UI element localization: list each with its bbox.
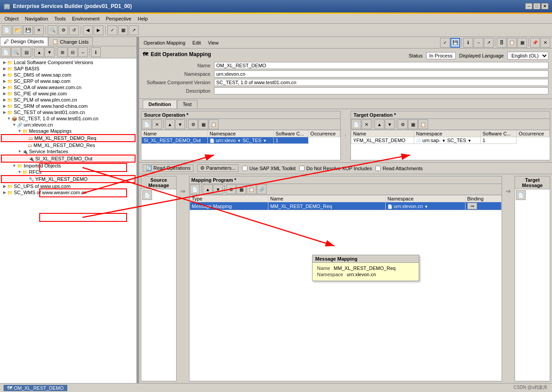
tree-mm-req[interactable]: 🗂 MM_XL_REST_DEMO_Req (1, 134, 136, 142)
tree-msg-mappings[interactable]: ▼ 📁 Message Mappings (1, 128, 136, 134)
tree-down-btn[interactable]: ▼ (45, 47, 54, 57)
menu-edit[interactable]: Edit (190, 39, 204, 46)
tree-sc-srm[interactable]: ▶ 📁 SC_SRM of www.hand-china.com (1, 103, 136, 109)
tgt-row[interactable]: YFM_XL_REST_DEMO 📄 urn:sap- ▼ SC_TES ▼ (351, 137, 550, 144)
tree-mm-res[interactable]: 🗂 MM_XL_REST_DEMO_Res (1, 142, 136, 148)
mp-col-type[interactable]: Type (190, 196, 268, 202)
menu-object[interactable]: Object (2, 15, 21, 22)
sec-list-btn[interactable]: 📋 (507, 38, 517, 48)
save-btn[interactable]: 💾 (23, 25, 33, 35)
tgt-msg-btn[interactable]: 📄 (516, 190, 526, 200)
src-col-ns[interactable]: Namespace (207, 131, 273, 137)
tree-filter-btn[interactable]: 🔍 (11, 47, 21, 57)
menu-environment[interactable]: Environment (69, 15, 102, 22)
tree-rfcs[interactable]: ▼ 📁 RFCs (1, 169, 136, 175)
mp-more-btn[interactable]: ⚙ (226, 184, 236, 194)
minimize-button[interactable]: ─ (525, 3, 532, 9)
mp-up-btn[interactable]: ▲ (203, 184, 213, 194)
nav-back[interactable]: ◀ (83, 25, 93, 35)
tree-si-out[interactable]: 🔌 SI_XL_REST_DEMO_Out (1, 155, 136, 163)
tree-urn[interactable]: ▼ 🔗 urn:xlevon.cn (1, 122, 136, 128)
tgt-more2-btn[interactable]: ▦ (408, 119, 418, 129)
tree-sc-plm[interactable]: ▶ 📁 SC_PLM of www.plm.com.cn (1, 97, 136, 103)
close-button[interactable]: ✕ (541, 3, 548, 9)
tree-sc-oa[interactable]: ▶ 📁 SC_OA of www.weaver.com.cn (1, 84, 136, 90)
tgt-col-ns[interactable]: Namespace (414, 131, 481, 137)
tree-sc-test-ver[interactable]: ▼ 📦 SC_TEST, 1.0 of www.test01.com.cn (1, 115, 136, 122)
tab-design-objects[interactable]: 🖊 Design Objects (0, 37, 48, 46)
tab-change-lists[interactable]: 📋 Change Lists (48, 37, 93, 46)
tree-sc-wms[interactable]: ▶ 📁 SC_WMS of www.weaver.com.cn (1, 189, 136, 196)
sec-info-btn[interactable]: ℹ (463, 38, 473, 48)
op-vsep[interactable]: ⋮ (342, 109, 349, 162)
tgt-col-sw[interactable]: Software C... (481, 131, 517, 137)
tree-up-btn[interactable]: ▲ (34, 47, 44, 57)
src-del-btn[interactable]: ✕ (152, 119, 162, 129)
mp-more2-btn[interactable]: ▦ (236, 184, 246, 194)
check-btn[interactable]: ✓ (107, 25, 117, 35)
language-select[interactable]: English (OL) (507, 52, 548, 60)
tree-info-btn[interactable]: ℹ (91, 47, 101, 57)
src-add-btn[interactable]: 📄 (142, 119, 152, 129)
tree-sap-basis[interactable]: ▶ 📁 SAP BASIS (1, 65, 136, 72)
tree-more-btn[interactable]: ▤ (21, 47, 31, 57)
sec-check-btn[interactable]: ✓ (440, 38, 450, 48)
status-tab[interactable]: 🗺 OM_XL_REST_DEMO (4, 385, 67, 391)
tgt-up-btn[interactable]: ▲ (375, 119, 384, 129)
menu-navigation[interactable]: Navigation (22, 15, 51, 22)
binding-btn[interactable]: ⇒ (467, 203, 477, 209)
open-btn[interactable]: 📂 (12, 25, 22, 35)
nav-fwd[interactable]: ▶ (94, 25, 103, 35)
src-down-btn[interactable]: ▼ (175, 119, 185, 129)
tgt-more3-btn[interactable]: 📋 (418, 119, 428, 129)
src-up-btn[interactable]: ▲ (165, 119, 175, 129)
tree-yfm[interactable]: 🔧 YFM_XL_REST_DEMO (1, 175, 136, 183)
sec-more2-btn[interactable]: ▦ (517, 38, 527, 48)
tree-sc-pie[interactable]: ▶ 📁 SC_PIE of www.pie.com (1, 90, 136, 97)
sec-save-btn[interactable]: 💾 (450, 38, 460, 48)
tree-area[interactable]: ▶ 📁 Local Software Component Versions ▶ … (0, 58, 136, 383)
refresh-btn[interactable]: ↺ (69, 25, 79, 35)
tgt-col-name[interactable]: Name (351, 131, 414, 137)
src-more-btn[interactable]: ⚙ (188, 119, 198, 129)
maximize-button[interactable]: □ (533, 3, 540, 9)
settings-btn[interactable]: ⚙ (58, 25, 68, 35)
mp-row[interactable]: Message Mapping MM_XL_REST_DEMO_Req 📄 ur… (190, 202, 502, 210)
tab-test[interactable]: Test (177, 100, 198, 109)
tree-local-sw[interactable]: ▶ 📁 Local Software Component Versions (1, 59, 136, 65)
tgt-col-occ[interactable]: Occurrence (517, 131, 550, 137)
tree-sc-ups[interactable]: ▶ 📁 SC_UPS of www.ups.com (1, 183, 136, 189)
jump-btn[interactable]: ↗ (129, 25, 139, 35)
tree-expand-btn[interactable]: ⊞ (58, 47, 67, 57)
parameters-btn[interactable]: ⚙ Parameters... (197, 164, 239, 172)
src-row[interactable]: SI_XL_REST_DEMO_Out 📄 urn:xlevo ▼ SC_TES… (142, 137, 340, 144)
delete-btn[interactable]: ✕ (34, 25, 44, 35)
tree-collapse-btn[interactable]: ⊟ (68, 47, 78, 57)
read-attach-check[interactable] (375, 166, 381, 171)
src-col-name[interactable]: Name (142, 131, 208, 137)
tree-new-btn[interactable]: 📄 (1, 47, 11, 57)
no-resolve-label[interactable]: Do Not Resolve XOP Includes (299, 166, 372, 171)
more-btn[interactable]: ▦ (118, 25, 128, 35)
tree-sc-erp[interactable]: ▶ 📁 SC_ERP of www.sap.com (1, 78, 136, 84)
tree-sc-dms[interactable]: ▶ 📁 SC_DMS of www.sap.com (1, 72, 136, 78)
mp-more3-btn[interactable]: 📋 (247, 184, 256, 194)
src-col-occ[interactable]: Occurrence (309, 131, 340, 137)
menu-tools[interactable]: Tools (52, 15, 69, 22)
mp-col-binding[interactable]: Binding (465, 196, 501, 202)
sec-db-btn[interactable]: 🗄 (497, 38, 507, 48)
new-btn[interactable]: 📄 (2, 25, 12, 35)
src-msg-btn[interactable]: 📄 (142, 190, 152, 200)
tab-definition[interactable]: Definition (143, 100, 177, 109)
mp-add-btn[interactable]: 📄 (190, 184, 200, 194)
tree-sc-test[interactable]: ▶ 📁 SC_TEST of www.test01.com.cn (1, 109, 136, 115)
src-col-sw[interactable]: Software C... (273, 131, 308, 137)
mp-col-name[interactable]: Name (268, 196, 385, 202)
sec-nav2-btn[interactable]: ↗ (484, 38, 494, 48)
tree-imported-objects[interactable]: ▼ 📁 Imported Objects (1, 163, 136, 169)
tree-sync-btn[interactable]: ↔ (78, 47, 88, 57)
menu-help[interactable]: Help (135, 15, 151, 22)
sec-close-btn[interactable]: ✕ (540, 38, 550, 48)
mp-down-btn[interactable]: ▼ (213, 184, 223, 194)
tgt-more-btn[interactable]: ⚙ (398, 119, 408, 129)
